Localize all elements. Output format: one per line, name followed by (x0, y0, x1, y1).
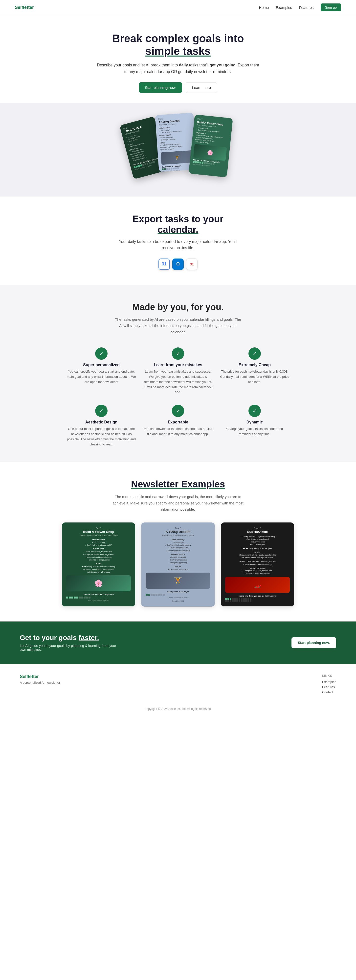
feature-title-3: Extremely Cheap (220, 363, 289, 367)
feature-icon-3: ✓ (249, 347, 261, 360)
feature-title-1: Super personalized (67, 363, 136, 367)
cta-text: Get to your goals faster. Let AI guide y… (20, 634, 119, 652)
nav-home[interactable]: Home (259, 5, 269, 10)
footer-tagline: A personalized AI newsletter (20, 681, 60, 684)
newsletter-card-3: Day 7 Build A Flower Shop Journey to Ope… (188, 115, 233, 177)
outlook-calendar-icon: O (172, 259, 184, 270)
example-card-3: Day 12 Sub 4:00 Mile • Don't skip before… (221, 522, 294, 607)
footer: Selfletter A personalized AI newsletter … (0, 664, 356, 716)
calendar-section: Export tasks to your calendar. Your dail… (0, 197, 356, 285)
feature-title-2: Learn from your mistakes (144, 363, 212, 367)
feature-title-4: Aesthetic Design (67, 420, 136, 425)
for-you-section: Made by you, for you. The tasks generate… (0, 285, 356, 462)
footer-link-contact[interactable]: Contact (322, 690, 336, 694)
feature-desc-4: One of our most important goals is to ma… (67, 426, 136, 447)
footer-link-features[interactable]: Features (322, 685, 336, 689)
hero-section: Break complex goals into simple tasks De… (91, 15, 265, 103)
nav-features[interactable]: Features (299, 5, 313, 10)
nav-examples[interactable]: Examples (276, 5, 292, 10)
start-planning-button[interactable]: Start planning now. (139, 82, 182, 93)
feature-desc-1: You can specify your goals, start and en… (67, 369, 136, 385)
footer-links-heading: LINKS (322, 674, 336, 678)
feature-exportable: ✓ Exportable You can download the made c… (144, 405, 212, 447)
feature-aesthetic: ✓ Aesthetic Design One of our most impor… (67, 405, 136, 447)
hero-body: Describe your goals and let AI break the… (96, 62, 260, 75)
examples-section: Newsletter Examples The more specific an… (0, 462, 356, 622)
example-card-1: Day 7 Build A Flower Shop Journey to Ope… (62, 522, 135, 607)
feature-desc-6: Change your goals, tasks, calendar and r… (220, 426, 289, 437)
examples-heading: Newsletter Examples (5, 479, 351, 490)
feature-dynamic: ✓ Dynamic Change your goals, tasks, cale… (220, 405, 289, 447)
feature-icon-4: ✓ (95, 405, 107, 417)
nav-logo[interactable]: Selfletter (15, 5, 34, 10)
cta-body: Let AI guide you to your goals by planni… (20, 644, 119, 652)
cards-showcase: Day 1 1 MINUTE MILE All our Operational.… (0, 103, 356, 197)
for-you-heading: Made by you, for you. (5, 302, 351, 312)
cta-start-button[interactable]: Start planning now. (292, 637, 336, 648)
feature-desc-2: Learn from your past mistakes and succes… (144, 369, 212, 395)
navigation: Selfletter Home Examples Features Sign u… (0, 0, 356, 15)
feature-icon-2: ✓ (172, 347, 184, 360)
examples-body: The more specific and narrowed-down your… (109, 493, 247, 512)
footer-brand: Selfletter A personalized AI newsletter (20, 674, 60, 695)
feature-desc-5: You can download the made calendar as an… (144, 426, 212, 437)
for-you-body: The tasks generated by AI are based on y… (114, 316, 242, 335)
feature-icon-1: ✓ (95, 347, 107, 360)
feature-icon-5: ✓ (172, 405, 184, 417)
feature-title-6: Dynamic (220, 420, 289, 425)
nav-signup-button[interactable]: Sign up (321, 3, 341, 11)
feature-title-5: Exportable (144, 420, 212, 425)
calendar-icons: 31 O 31 (5, 259, 351, 270)
hero-buttons: Start planning now. Learn more (96, 82, 260, 93)
calendar-heading: Export tasks to your calendar. (5, 214, 351, 235)
footer-links: LINKS Examples Features Contact (322, 674, 336, 695)
feature-personalized: ✓ Super personalized You can specify you… (67, 347, 136, 395)
footer-logo: Selfletter (20, 674, 60, 679)
nav-links: Home Examples Features Sign up (259, 3, 341, 11)
footer-copyright: Copyright © 2024 Selfletter, Inc. All ri… (20, 703, 336, 711)
cta-heading: Get to your goals faster. (20, 634, 119, 642)
examples-grid: Day 7 Build A Flower Shop Journey to Ope… (62, 522, 294, 607)
learn-more-button[interactable]: Learn more (186, 82, 217, 93)
cta-banner: Get to your goals faster. Let AI guide y… (0, 622, 356, 664)
feature-icon-6: ✓ (249, 405, 261, 417)
calendar-body: Your daily tasks can be exported to ever… (119, 239, 237, 251)
footer-link-examples[interactable]: Examples (322, 680, 336, 684)
example-card-2: Day 2 A 100kg Deadlift Knowledge is buil… (141, 522, 215, 607)
apple-calendar-icon: 31 (186, 259, 198, 270)
feature-mistakes: ✓ Learn from your mistakes Learn from yo… (144, 347, 212, 395)
hero-headline: Break complex goals into simple tasks (96, 32, 260, 57)
features-grid: ✓ Super personalized You can specify you… (67, 347, 289, 447)
google-calendar-icon: 31 (158, 259, 170, 270)
feature-cheap: ✓ Extremely Cheap The price for each new… (220, 347, 289, 395)
feature-desc-3: The price for each newsletter day is onl… (220, 369, 289, 385)
